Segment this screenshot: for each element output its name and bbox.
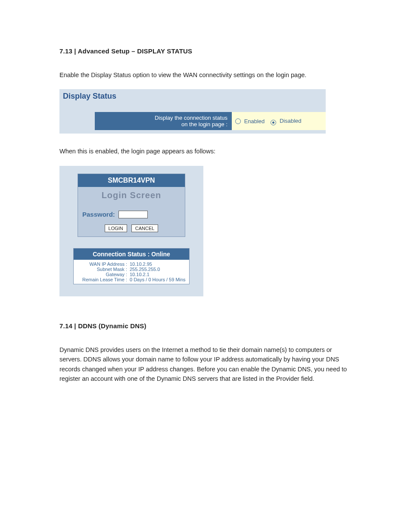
login-button[interactable]: LOGIN [105,224,127,232]
status-key: WAN IP Address : [75,261,127,267]
display-status-panel: Display Status Display the connection st… [59,89,326,134]
radio-enabled-icon [235,118,241,124]
connection-status-card: Connection Status : Online WAN IP Addres… [73,248,190,284]
status-row-lease: Remain Lease Time : 0 Days / 0 Hours / 5… [75,277,187,282]
login-screenshot: SMCBR14VPN Login Screen Password: LOGIN … [59,166,203,296]
status-row-gateway: Gateway : 10.10.2.1 [75,272,187,277]
display-status-title: Display Status [63,92,116,100]
status-row-subnet: Subnet Mask : 255.255.255.0 [75,267,187,272]
password-input[interactable] [118,211,148,218]
password-label: Password: [82,211,115,218]
login-card-body: Password: LOGIN CANCEL [78,204,185,236]
section-heading-713: 7.13 | Advanced Setup – DISPLAY STATUS [59,47,352,55]
radio-enabled-wrap[interactable]: Enabled [235,118,265,124]
status-key: Remain Lease Time : [75,277,127,282]
radio-disabled-label: Disabled [280,118,302,124]
section-heading-714: 7.14 | DDNS (Dynamic DNS) [59,322,352,330]
cancel-button[interactable]: CANCEL [131,224,159,232]
display-status-label-line2: on the login page : [99,121,227,128]
panel-left-pad [59,112,95,130]
connection-status-body: WAN IP Address : 10.10.2.95 Subnet Mask … [74,260,189,284]
status-row-wanip: WAN IP Address : 10.10.2.95 [75,261,187,267]
display-status-label-line1: Display the connection status [99,115,227,121]
radio-enabled-label: Enabled [244,118,265,124]
connection-status-header: Connection Status : Online [74,249,189,260]
login-card-subheader: Login Screen [78,187,185,204]
intro-text-713: Enable the Display Status option to view… [59,70,352,80]
display-status-label-cell: Display the connection status on the log… [95,112,232,130]
display-status-options: Enabled Disabled [232,112,326,130]
login-card-header: SMCBR14VPN [78,174,185,187]
body-text-714: Dynamic DNS provides users on the Intern… [59,345,352,384]
radio-disabled-wrap[interactable]: Disabled [271,118,301,124]
radio-disabled-icon [271,120,276,125]
status-val: 10.10.2.1 [130,272,149,277]
followup-text-713: When this is enabled, the login page app… [59,146,352,156]
status-val: 0 Days / 0 Hours / 59 Mins [130,277,186,282]
login-card: SMCBR14VPN Login Screen Password: LOGIN … [78,174,185,237]
status-val: 255.255.255.0 [130,267,160,272]
status-val: 10.10.2.95 [130,261,152,267]
status-key: Gateway : [75,272,127,277]
status-key: Subnet Mask : [75,267,127,272]
